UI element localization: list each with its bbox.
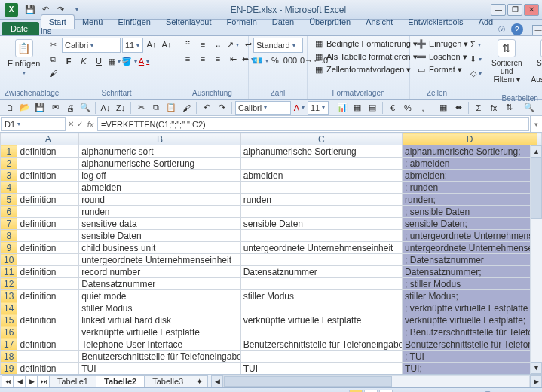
italic-button[interactable]: K — [77, 54, 90, 68]
cell-B3[interactable]: log off — [79, 170, 240, 182]
tab-nav-next[interactable]: ▶ — [26, 375, 38, 387]
cell-B2[interactable]: alphanumerische Sortierung — [79, 158, 240, 170]
cell-C19[interactable]: TUI — [240, 363, 402, 375]
cell-styles-button[interactable]: ▦Zellenformatvorlagen ▾ — [312, 63, 412, 75]
cell-C15[interactable]: verknüpfte virtuelle Festplatte — [240, 314, 402, 326]
row-header-16[interactable]: 16 — [1, 326, 17, 338]
cell-B12[interactable]: Datensatznummer — [79, 278, 240, 290]
font-size-select[interactable]: 11 — [122, 38, 143, 53]
tb2-print-icon[interactable]: 🖨 — [63, 101, 77, 115]
cell-C4[interactable] — [240, 182, 402, 194]
tb2-preview-icon[interactable]: 🔍 — [78, 101, 92, 115]
cell-A2[interactable] — [17, 158, 79, 170]
cell-B10[interactable]: untergeordnete Unternehmenseinheit — [79, 254, 240, 266]
cell-C6[interactable] — [240, 206, 402, 218]
cell-A9[interactable]: definition — [17, 242, 79, 254]
row-header-2[interactable]: 2 — [1, 158, 17, 170]
tb2-merge-icon[interactable]: ⬌ — [452, 101, 465, 115]
comma-icon[interactable]: 000 — [283, 54, 297, 67]
find-select-button[interactable]: 🔍 Suchen und Auswählen ▾ — [528, 38, 542, 93]
cell-D17[interactable]: Benutzerschnittstelle für Telefoneingabe — [403, 338, 537, 351]
cell-A5[interactable]: definition — [17, 194, 79, 206]
cell-C11[interactable]: Datensatznummer — [240, 266, 402, 278]
ribbon-tab-formeln[interactable]: Formeln — [219, 15, 264, 29]
cell-A12[interactable] — [17, 278, 79, 290]
file-tab[interactable]: Datei — [2, 22, 39, 35]
ribbon-tab-menü[interactable]: Menü — [75, 15, 111, 29]
bold-button[interactable]: F — [62, 54, 75, 68]
cell-D18[interactable]: ; TUI — [403, 351, 537, 363]
fx-icon[interactable]: fx — [86, 120, 96, 129]
row-header-13[interactable]: 13 — [1, 290, 17, 302]
tb2-sum-icon[interactable]: Σ — [472, 101, 485, 115]
cell-A8[interactable] — [17, 230, 79, 242]
cell-B7[interactable]: sensitive data — [79, 218, 240, 230]
scroll-up-icon[interactable]: ▲ — [531, 145, 542, 158]
font-name-select[interactable]: Calibri — [62, 38, 121, 53]
tb2-sortaz-icon[interactable]: ⇅ — [502, 101, 516, 115]
paste-button[interactable]: 📋 Einfügen ▾ — [5, 38, 43, 78]
row-header-6[interactable]: 6 — [1, 206, 17, 218]
cell-B16[interactable]: verknüpfte virtuelle Festplatte — [79, 326, 240, 338]
cell-D1[interactable]: alphanumerische Sortierung; — [403, 145, 537, 158]
window-restore[interactable]: ❐ — [507, 4, 522, 16]
formula-expand-icon[interactable]: ▾ — [530, 116, 542, 132]
view-page-layout-button[interactable] — [364, 390, 378, 393]
cell-D2[interactable]: ; abmelden — [403, 158, 537, 170]
row-header-17[interactable]: 17 — [1, 338, 17, 351]
cell-D16[interactable]: ; Benutzerschnittstelle für Telefoneinga… — [403, 326, 537, 338]
cell-B8[interactable]: sensible Daten — [79, 230, 240, 242]
currency-icon[interactable]: 💶 — [253, 54, 267, 67]
row-header-3[interactable]: 3 — [1, 170, 17, 182]
cell-A6[interactable] — [17, 206, 79, 218]
row-header-12[interactable]: 12 — [1, 278, 17, 290]
number-format-select[interactable]: Standard — [253, 38, 303, 53]
row-header-10[interactable]: 10 — [1, 254, 17, 266]
cell-C12[interactable] — [240, 278, 402, 290]
window-minimize[interactable]: — — [491, 4, 506, 16]
cell-D14[interactable]: ; verknüpfte virtuelle Festplatte — [403, 302, 537, 314]
cell-A16[interactable] — [17, 326, 79, 338]
fill-icon[interactable]: ⬇ — [469, 52, 482, 66]
ribbon-tab-daten[interactable]: Daten — [265, 15, 302, 29]
fx-confirm-icon[interactable]: ✓ — [77, 120, 83, 128]
cell-C18[interactable] — [240, 351, 402, 363]
cell-D9[interactable]: untergeordnete Unternehmenseinheit; — [403, 242, 537, 254]
cell-C1[interactable]: alphanumerische Sortierung — [240, 145, 402, 158]
tb2-redo-icon[interactable]: ↷ — [215, 101, 228, 115]
tb2-painter-icon[interactable]: 🖌 — [179, 101, 193, 115]
border-button[interactable]: ▦ — [107, 54, 121, 68]
cell-D13[interactable]: stiller Modus; — [403, 290, 537, 302]
percent-icon[interactable]: % — [268, 54, 282, 67]
workbook-minimize[interactable]: — — [532, 25, 542, 35]
scroll-right-icon[interactable]: ▶ — [530, 375, 542, 387]
delete-cells-button[interactable]: ➖Löschen ▾ — [415, 51, 469, 63]
cell-A4[interactable] — [17, 182, 79, 194]
conditional-formatting-button[interactable]: ▦Bedingte Formatierung ▾ — [312, 38, 419, 50]
cell-B5[interactable]: round — [79, 194, 240, 206]
cell-A1[interactable]: definition — [17, 145, 79, 158]
tb2-cut-icon[interactable]: ✂ — [134, 101, 148, 115]
cell-A17[interactable]: definition — [17, 338, 79, 351]
row-header-4[interactable]: 4 — [1, 182, 17, 194]
cell-A3[interactable]: definition — [17, 170, 79, 182]
align-right-icon[interactable]: ≡ — [211, 52, 225, 66]
row-header-1[interactable]: 1 — [1, 145, 17, 158]
cell-B15[interactable]: linked virtual hard disk — [79, 314, 240, 326]
horizontal-scrollbar[interactable]: ◀ ▶ — [211, 375, 542, 387]
cell-C14[interactable] — [240, 302, 402, 314]
tb2-copy-icon[interactable]: ⧉ — [149, 101, 163, 115]
ribbon-tab-seitenlayout[interactable]: Seitenlayout — [158, 15, 219, 29]
qat-save[interactable]: 💾 — [24, 4, 36, 16]
help-icon[interactable]: ? — [511, 23, 523, 35]
cell-B17[interactable]: Telephone User Interface — [79, 338, 240, 351]
tb2-grid-icon[interactable]: ▦ — [351, 101, 364, 115]
cell-A7[interactable]: definition — [17, 218, 79, 230]
new-sheet-button[interactable]: ✦ — [191, 375, 208, 387]
sheet-tab-tabelle3[interactable]: Tabelle3 — [144, 375, 191, 387]
row-header-9[interactable]: 9 — [1, 242, 17, 254]
col-header-A[interactable]: A — [17, 133, 79, 145]
row-header-15[interactable]: 15 — [1, 314, 17, 326]
clear-icon[interactable]: ◇ — [469, 66, 482, 80]
tb2-mail-icon[interactable]: ✉ — [48, 101, 62, 115]
